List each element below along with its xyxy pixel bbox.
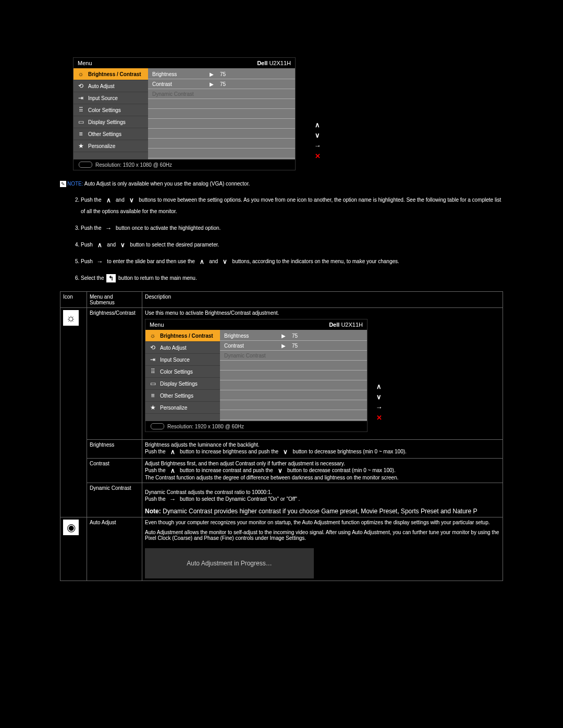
description-cell: Even though your computer recognizes you… [142,517,503,581]
input-source-icon: ⇥ [77,94,85,102]
osd-footer: Resolution: 1920 x 1080 @ 60Hz [74,159,295,170]
instruction-6: Select the ↰ button to return to the mai… [81,273,503,284]
personalize-icon: ★ [77,142,85,150]
other-settings-icon: ≡ [77,130,85,138]
description-cell: Adjust Brightness first, and then adjust… [142,459,503,483]
menu-cell: Brightness [87,440,142,459]
right-button[interactable]: → [313,141,322,150]
note-icon: ✎ [60,181,66,187]
note-text: Auto Adjust is only available when you u… [83,181,250,187]
down-icon: ∨ [281,448,290,456]
table-row: Dynamic Contrast Dynamic Contrast adjust… [60,483,503,517]
osd-row-contrast[interactable]: Contrast▶75 [148,79,295,89]
osd-item-personalize[interactable]: ★Personalize [74,140,148,152]
brightness-icon-cell: ☼ [60,308,87,517]
instruction-2: Push the ∧ and ∨ buttons to move between… [81,194,503,217]
table-row: Contrast Adjust Brightness first, and th… [60,459,503,483]
header-icon: Icon [60,292,87,308]
auto-adjust-icon: ◉ [63,520,79,535]
down-button[interactable]: ∨ [374,392,384,401]
table-header-row: Icon Menu and Submenus Description [60,292,503,308]
osd-row-empty [148,129,295,139]
brightness-icon: ☼ [63,310,79,326]
down-button[interactable]: ∨ [313,130,322,140]
table-row: Brightness Brightness adjusts the lumina… [60,440,503,459]
description-cell: Brightness adjusts the luminance of the … [142,440,503,459]
down-icon: ∨ [221,257,230,266]
osd-item-input-source[interactable]: ⇥Input Source [74,92,148,104]
right-icon: → [95,257,105,266]
osd-header: Menu Dell U2X11H [74,58,295,68]
osd-menu-label: Menu [78,60,92,66]
close-button[interactable]: ✕ [313,151,322,161]
osd-row-empty [148,109,295,119]
up-icon: ∧ [168,466,177,475]
up-icon: ∧ [95,241,105,249]
up-icon: ∧ [198,257,207,266]
osd-row-empty [148,149,295,158]
osd-item-auto-adjust[interactable]: ⟲Auto Adjust [74,80,148,92]
note-label: NOTE: [67,181,83,187]
menu-cell: Contrast [87,459,142,483]
brightness-icon: ☼ [77,70,85,78]
menu-cell: Auto Adjust [87,517,142,581]
instruction-list: Push the ∧ and ∨ buttons to move between… [60,194,503,284]
display-settings-icon: ▭ [77,118,85,126]
return-icon: ↰ [106,274,116,282]
osd-right-panel: Brightness▶75 Contrast▶75 Dynamic Contra… [148,68,295,159]
osd-model: Dell U2X11H [257,60,291,66]
up-button[interactable]: ∧ [313,120,322,129]
osd-item-brightness-contrast[interactable]: ☼Brightness / Contrast [74,68,148,80]
auto-adjust-icon-cell: ◉ [60,517,87,581]
osd-menu-screenshot-2: MenuDell U2X11H ☼Brightness / Contrast ⟲… [145,319,500,432]
osd-row-brightness[interactable]: Brightness▶75 [148,69,295,79]
header-description: Description [142,292,503,308]
right-icon: → [104,224,113,232]
reference-table: Icon Menu and Submenus Description ☼ Bri… [60,291,503,581]
right-button[interactable]: → [374,402,384,412]
menu-cell: Dynamic Contrast [87,483,142,517]
down-icon: ∨ [127,196,137,204]
osd-menu-screenshot-1: Menu Dell U2X11H ☼Brightness / Contrast … [73,57,503,170]
menu-cell: Brightness/Contrast [87,308,142,440]
table-row: ☼ Brightness/Contrast Use this menu to a… [60,308,503,440]
down-icon: ∨ [275,466,285,475]
description-cell: Dynamic Contrast adjusts the contrast ra… [142,483,503,517]
table-row: ◉ Auto Adjust Even though your computer … [60,517,503,581]
osd-item-other-settings[interactable]: ≡Other Settings [74,128,148,140]
down-icon: ∨ [118,241,128,249]
osd-item-display-settings[interactable]: ▭Display Settings [74,116,148,128]
up-button[interactable]: ∧ [374,381,384,391]
note-line: ✎NOTE: Auto Adjust is only available whe… [60,181,503,187]
instruction-4: Push ∧ and ∨ button to select the desire… [81,239,503,251]
osd-item-color-settings[interactable]: ⠿Color Settings [74,104,148,116]
osd-row-empty [148,99,295,109]
up-icon: ∧ [168,448,177,456]
close-button[interactable]: ✕ [374,413,384,422]
resolution-text: Resolution: 1920 x 1080 @ 60Hz [95,162,172,168]
osd-row-empty [148,119,295,129]
osd-row-dynamic-contrast: Dynamic Contrast [148,89,295,99]
instruction-3: Push the → button once to activate the h… [81,223,503,234]
auto-adjust-icon: ⟲ [77,82,85,90]
right-icon: → [168,495,177,503]
osd-left-menu: ☼Brightness / Contrast ⟲Auto Adjust ⇥Inp… [74,68,148,159]
chevron-right-icon: ▶ [210,81,220,87]
description-cell: Use this menu to activate Brightness/Con… [142,308,503,440]
up-icon: ∧ [104,196,113,204]
auto-adjustment-progress-box: Auto Adjustment in Progress… [145,548,314,578]
osd-row-empty [148,139,295,149]
instruction-5: Push → to enter the slide bar and then u… [81,256,503,267]
resolution-icon [79,162,92,168]
header-menu: Menu and Submenus [87,292,142,308]
chevron-right-icon: ▶ [210,71,220,77]
color-settings-icon: ⠿ [77,106,85,114]
